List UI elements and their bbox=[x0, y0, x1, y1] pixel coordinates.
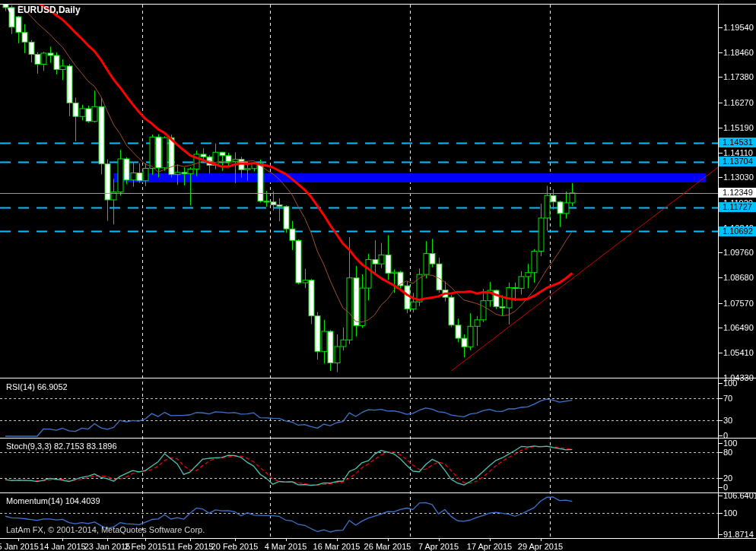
price-axis-label: 1.13030 bbox=[723, 173, 754, 182]
date-axis-label: 7 Apr 2015 bbox=[418, 542, 459, 551]
mt4-chart-window: ▼EURUSD,Daily RSI(14) 66.9052 Stoch(9,3,… bbox=[0, 0, 756, 551]
chart-canvas[interactable] bbox=[0, 0, 756, 551]
broker-copyright-label: LatAm FX, © 2001-2014, MetaQuotes Softwa… bbox=[6, 525, 205, 535]
date-axis-label: 20 Feb 2015 bbox=[211, 542, 259, 551]
date-axis-label: 26 Mar 2015 bbox=[364, 542, 411, 551]
symbol-timeframe-text: EURUSD,Daily bbox=[17, 5, 81, 15]
date-axis-label: 2 Feb 2015 bbox=[124, 542, 167, 551]
date-axis-label: 5 Jan 2015 bbox=[0, 542, 39, 551]
bid-price-badge: 1.12349 bbox=[719, 188, 756, 198]
indicator-axis-label: 80 bbox=[723, 448, 732, 457]
price-axis-label: 1.08680 bbox=[723, 273, 754, 282]
price-level-badge: 1.13704 bbox=[719, 157, 756, 166]
indicator-axis-label: 20 bbox=[723, 473, 732, 483]
price-level-badge: 1.11727 bbox=[719, 202, 756, 212]
indicator-axis-label: 100 bbox=[723, 508, 737, 518]
chevron-down-icon[interactable]: ▼ bbox=[6, 5, 13, 15]
indicator-axis-label: 70 bbox=[723, 394, 732, 403]
price-axis-label: 1.14110 bbox=[723, 148, 753, 157]
price-axis-label: 1.18460 bbox=[723, 48, 754, 57]
price-axis-label: 1.16270 bbox=[723, 98, 754, 107]
indicator-axis-label: 106.6401 bbox=[723, 491, 756, 500]
stoch-indicator-label: Stoch(9,3,3) 82.7153 83.1896 bbox=[6, 442, 117, 451]
momentum-indicator-label: Momentum(14) 104.4039 bbox=[6, 496, 100, 506]
price-axis-label: 1.09760 bbox=[723, 248, 754, 257]
date-axis-label: 14 Jan 2015 bbox=[40, 542, 86, 551]
price-axis-label: 1.15190 bbox=[723, 123, 754, 132]
price-axis[interactable]: 1.195401.184601.173801.162701.151901.141… bbox=[718, 0, 756, 539]
price-level-badge: 1.14531 bbox=[719, 138, 756, 147]
date-axis-label: 23 Jan 2015 bbox=[84, 542, 131, 551]
price-axis-label: 1.06490 bbox=[723, 323, 754, 332]
indicator-axis-label: 30 bbox=[723, 416, 732, 425]
price-axis-label: 1.07570 bbox=[723, 299, 754, 308]
date-axis-label: 16 Mar 2015 bbox=[313, 542, 361, 551]
symbol-timeframe-label[interactable]: ▼EURUSD,Daily bbox=[6, 5, 81, 16]
date-axis-label: 4 Mar 2015 bbox=[265, 542, 307, 551]
date-axis-label: 11 Feb 2015 bbox=[167, 542, 213, 551]
rsi-indicator-label: RSI(14) 66.9052 bbox=[6, 382, 68, 392]
time-axis[interactable]: 5 Jan 201514 Jan 201523 Jan 20152 Feb 20… bbox=[0, 539, 756, 551]
price-axis-label: 1.05410 bbox=[723, 348, 754, 357]
indicator-axis-label: 100 bbox=[723, 439, 737, 448]
price-level-badge: 1.10692 bbox=[719, 226, 756, 236]
date-axis-label: 29 Apr 2015 bbox=[518, 542, 563, 551]
indicator-axis-label: 100 bbox=[723, 378, 737, 388]
price-axis-label: 1.17380 bbox=[723, 72, 754, 81]
indicator-axis-label: 91.8714 bbox=[723, 530, 754, 539]
price-axis-label: 1.19540 bbox=[723, 23, 754, 32]
date-axis-label: 17 Apr 2015 bbox=[467, 542, 512, 551]
